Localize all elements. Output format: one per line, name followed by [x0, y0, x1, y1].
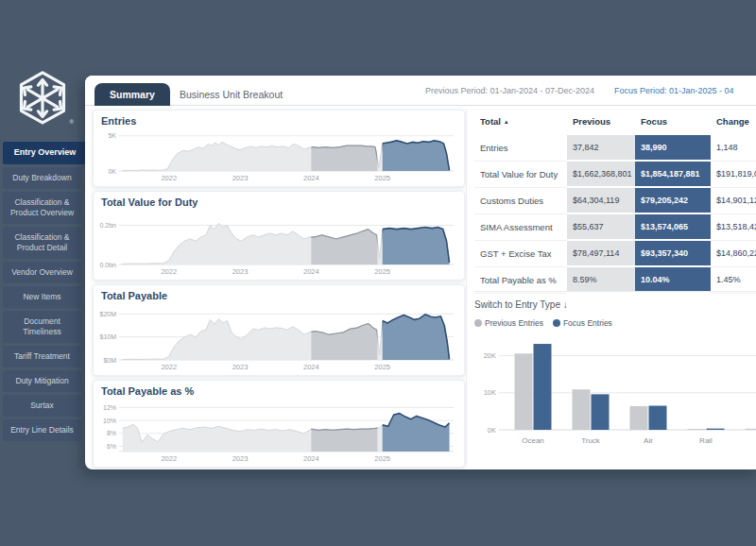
company-logo: ®: [15, 70, 70, 127]
legend-dot-icon: [553, 319, 560, 327]
value-for-duty-chart-card: Total Value for Duty 0.2bn0.0bn202220232…: [93, 191, 465, 281]
entry-type-bar-chart[interactable]: 0K10K20KOceanTruckAirRail: [474, 332, 756, 458]
bar-air-focus[interactable]: [649, 406, 667, 430]
previous-value[interactable]: $55,637: [567, 214, 635, 241]
row-label[interactable]: Total Value for Duty: [474, 162, 567, 188]
bar-air-previous[interactable]: [630, 406, 648, 430]
previous-value[interactable]: $64,304,119: [567, 188, 635, 214]
previous-value[interactable]: 8.59%: [567, 267, 635, 294]
change-value[interactable]: 1.45%: [711, 267, 756, 294]
row-label[interactable]: SIMA Assessment: [474, 214, 567, 241]
bar-other-previous[interactable]: [746, 429, 756, 430]
svg-text:2024: 2024: [303, 454, 319, 463]
svg-text:$20M: $20M: [99, 311, 116, 317]
svg-text:0K: 0K: [488, 426, 496, 435]
legend-label: Focus Entries: [563, 318, 612, 328]
row-label[interactable]: Entries: [474, 135, 567, 162]
table-row: GST + Excise Tax$78,497,114$93,357,340$1…: [474, 241, 756, 267]
previous-period-label: Previous Period: 01-Jan-2024 - 07-Dec-20…: [425, 76, 594, 106]
focus-value[interactable]: $13,574,065: [635, 214, 711, 241]
focus-value[interactable]: 10.04%: [635, 267, 711, 294]
previous-value[interactable]: $78,497,114: [567, 241, 635, 267]
focus-value[interactable]: $79,205,242: [635, 188, 711, 214]
change-value[interactable]: $191,819,080: [711, 162, 756, 188]
svg-text:Air: Air: [644, 436, 653, 445]
sidebar-item-entry-line-details[interactable]: Entry Line Details: [3, 419, 81, 441]
total-payable-chart-card: Total Payable $20M$10M$0M202220232024202…: [93, 284, 465, 376]
total-payable-chart-title: Total Payable: [94, 285, 464, 302]
svg-text:2024: 2024: [303, 363, 319, 371]
table-header-change[interactable]: Change: [711, 110, 756, 135]
previous-value[interactable]: $1,662,368,801: [567, 162, 635, 188]
focus-value[interactable]: $93,357,340: [635, 241, 711, 267]
svg-text:10K: 10K: [484, 388, 496, 397]
svg-text:20K: 20K: [484, 351, 496, 360]
change-value[interactable]: 1,148: [711, 135, 756, 162]
bar-truck-previous[interactable]: [573, 389, 591, 430]
hexagon-arrows-logo-icon: [15, 70, 70, 127]
svg-text:10%: 10%: [103, 418, 116, 424]
sidebar-item-duty-breakdown[interactable]: Duty Breakdown: [3, 167, 81, 189]
change-value[interactable]: $14,901,123: [711, 188, 756, 214]
focus-period-label: Focus Period: 01-Jan-2025 - 04: [614, 76, 756, 106]
tab-business-unit-breakout[interactable]: Business Unit Breakout: [170, 83, 292, 106]
entry-type-barchart-wrap: 0K10K20KOceanTruckAirRail: [474, 332, 756, 462]
bar-truck-focus[interactable]: [592, 394, 610, 430]
focus-value[interactable]: 38,990: [635, 135, 711, 162]
svg-text:2022: 2022: [161, 363, 177, 371]
change-value[interactable]: $13,518,428: [711, 214, 756, 241]
entry-type-legend: Previous EntriesFocus Entries: [474, 318, 756, 328]
sidebar-item-surtax[interactable]: Surtax: [3, 395, 81, 417]
entries-area-chart[interactable]: 5K0K2022202320242025: [94, 128, 458, 183]
svg-text:2025: 2025: [374, 267, 390, 276]
sidebar-item-entry-overview[interactable]: Entry Overview: [3, 142, 87, 164]
svg-text:2023: 2023: [232, 267, 249, 276]
row-label[interactable]: Total Payable as %: [474, 267, 567, 294]
svg-text:2025: 2025: [374, 363, 390, 371]
change-value[interactable]: $14,860,226: [711, 241, 756, 267]
payable-percent-chart-title: Total Payable as %: [94, 381, 464, 398]
svg-text:2023: 2023: [232, 454, 249, 463]
svg-text:Ocean: Ocean: [522, 436, 544, 445]
focus-value[interactable]: $1,854,187,881: [635, 162, 711, 188]
table-header-focus[interactable]: Focus: [635, 110, 711, 135]
bar-rail-focus[interactable]: [707, 429, 725, 430]
sidebar-item-duty-mitigation[interactable]: Duty Mitigation: [3, 370, 81, 392]
table-header-total[interactable]: Total ▲: [474, 110, 567, 135]
row-label[interactable]: Customs Duties: [474, 188, 567, 214]
svg-text:2024: 2024: [303, 267, 319, 276]
svg-text:8%: 8%: [107, 430, 116, 436]
legend-item-previous-entries[interactable]: Previous Entries: [474, 318, 543, 328]
svg-text:2023: 2023: [232, 174, 249, 182]
trend-charts-column: Entries 5K0K2022202320242025 Total Value…: [93, 110, 465, 469]
sidebar-item-classification-product-overview[interactable]: Classification & Product Overview: [3, 192, 81, 224]
svg-text:5K: 5K: [108, 132, 116, 139]
bar-ocean-focus[interactable]: [534, 344, 552, 430]
sidebar-item-new-items[interactable]: New Items: [3, 286, 81, 308]
payable-percent-area-chart[interactable]: 12%10%8%6%2022202320242025: [94, 398, 458, 464]
value-for-duty-chart-title: Total Value for Duty: [94, 192, 464, 209]
bar-rail-previous[interactable]: [688, 429, 706, 430]
svg-text:0K: 0K: [108, 168, 116, 175]
svg-text:2024: 2024: [303, 174, 319, 182]
svg-text:2023: 2023: [232, 363, 249, 371]
table-header-row: Total ▲PreviousFocusChange: [474, 110, 756, 135]
previous-value[interactable]: 37,842: [567, 135, 635, 162]
switch-entry-type-control[interactable]: Switch to Entry Type ↓: [474, 299, 756, 310]
sidebar-item-vendor-overview[interactable]: Vendor Overview: [3, 262, 81, 283]
entry-type-section: Switch to Entry Type ↓ Previous EntriesF…: [474, 291, 756, 462]
sidebar-item-document-timeliness[interactable]: Document Timeliness: [3, 311, 81, 343]
value-for-duty-area-chart[interactable]: 0.2bn0.0bn2022202320242025: [94, 209, 458, 277]
registered-trademark: ®: [70, 119, 74, 125]
table-header-previous[interactable]: Previous: [567, 110, 635, 135]
tab-summary[interactable]: Summary: [94, 83, 170, 106]
bar-ocean-previous[interactable]: [515, 353, 533, 430]
sidebar-item-classification-product-detail[interactable]: Classification & Product Detail: [3, 227, 81, 259]
svg-text:Truck: Truck: [581, 436, 601, 445]
total-payable-area-chart[interactable]: $20M$10M$0M2022202320242025: [94, 302, 458, 372]
sidebar-item-tariff-treatment[interactable]: Tariff Treatment: [3, 346, 81, 367]
report-panel: Summary Business Unit Breakout Previous …: [85, 76, 756, 469]
row-label[interactable]: GST + Excise Tax: [474, 241, 567, 267]
svg-text:12%: 12%: [103, 404, 116, 411]
legend-item-focus-entries[interactable]: Focus Entries: [553, 318, 612, 328]
